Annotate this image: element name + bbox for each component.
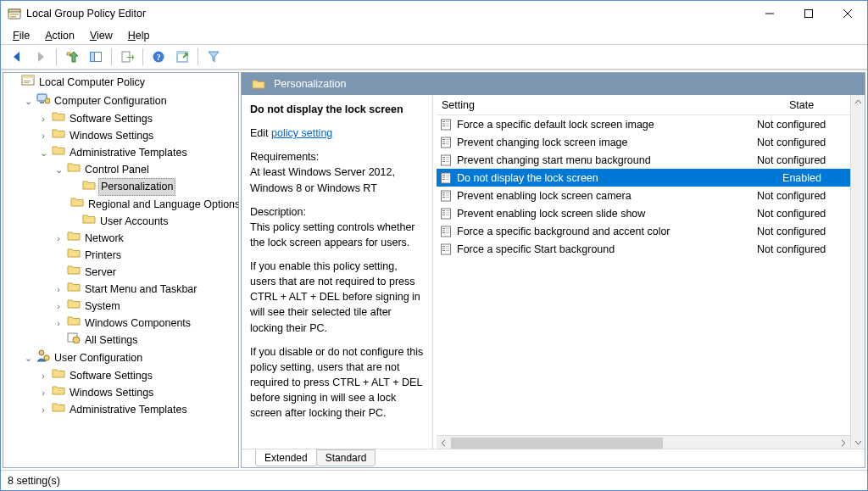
tree-root[interactable]: Local Computer Policy ⌄ Computer Configu…: [5, 73, 238, 418]
tree-item[interactable]: Regional and Language Options: [66, 196, 238, 213]
vertical-scrollbar[interactable]: [850, 95, 865, 449]
setting-row[interactable]: Force a specific background and accent c…: [437, 222, 850, 240]
toolbar-separator: [111, 48, 112, 65]
maximize-button[interactable]: [789, 1, 828, 26]
collapse-icon[interactable]: ⌄: [53, 164, 64, 176]
edit-policy-link[interactable]: policy setting: [271, 127, 332, 139]
column-setting[interactable]: Setting: [437, 97, 753, 114]
tree-item[interactable]: ›Start Menu and Taskbar: [51, 281, 238, 298]
tree-item[interactable]: ›Windows Components: [51, 315, 238, 332]
settings-icon: [67, 332, 81, 349]
horizontal-scrollbar[interactable]: [437, 435, 850, 449]
back-button[interactable]: [6, 47, 28, 67]
export-button[interactable]: [116, 47, 138, 67]
svg-rect-2: [10, 14, 19, 15]
forward-button[interactable]: [30, 47, 52, 67]
setting-row[interactable]: Force a specific Start backgroundNot con…: [437, 240, 850, 258]
settings-list[interactable]: Force a specific default lock screen ima…: [437, 115, 850, 449]
toolbar-separator: [142, 48, 143, 65]
tree-control-panel[interactable]: ⌄Control Panel Personalization Regional …: [51, 161, 238, 230]
folder-icon: [52, 144, 65, 161]
expand-icon[interactable]: ›: [37, 130, 49, 142]
expand-icon[interactable]: ›: [53, 283, 64, 295]
filter-button[interactable]: [203, 47, 225, 67]
setting-state: Not configured: [752, 226, 847, 237]
setting-name: Force a specific background and accent c…: [457, 226, 752, 237]
setting-name: Force a specific Start background: [457, 243, 752, 255]
tree-item[interactable]: All Settings: [51, 332, 238, 349]
svg-rect-61: [442, 215, 445, 215]
expand-icon[interactable]: ›: [37, 387, 49, 399]
expand-icon[interactable]: ›: [37, 370, 49, 382]
expand-icon[interactable]: ›: [53, 232, 64, 244]
tree-computer-config[interactable]: ⌄ Computer Configuration ›Software Setti…: [20, 92, 238, 349]
tree-item[interactable]: ›Windows Settings: [36, 384, 238, 401]
setting-row[interactable]: Do not display the lock screenEnabled: [437, 169, 850, 187]
properties-button[interactable]: [171, 47, 193, 67]
scrollbar-thumb[interactable]: [451, 438, 663, 449]
tree-user-config[interactable]: ⌄ User Configuration ›Software Settings …: [20, 349, 238, 418]
tab-standard[interactable]: Standard: [316, 449, 376, 466]
folder-icon: [67, 264, 81, 281]
help-button[interactable]: ?: [147, 47, 170, 67]
collapse-icon[interactable]: ⌄: [37, 147, 49, 159]
tree-item[interactable]: User Accounts: [66, 213, 238, 230]
expand-icon[interactable]: ›: [37, 113, 49, 125]
app-icon: [8, 7, 21, 20]
tree-item[interactable]: ›Network: [51, 230, 238, 247]
setting-row[interactable]: Prevent changing start menu backgroundNo…: [437, 151, 850, 169]
expand-icon[interactable]: ›: [53, 300, 64, 312]
svg-rect-33: [442, 143, 445, 144]
tree-item[interactable]: Printers: [51, 247, 238, 264]
tree-item[interactable]: ›Software Settings: [36, 367, 238, 384]
svg-rect-34: [446, 139, 449, 140]
setting-row[interactable]: Prevent enabling lock screen cameraNot c…: [437, 187, 850, 204]
collapse-icon[interactable]: ⌄: [22, 352, 34, 364]
tree-item[interactable]: ›Software Settings: [36, 110, 238, 127]
expand-icon[interactable]: ›: [53, 317, 64, 329]
svg-rect-28: [446, 123, 449, 124]
titlebar: Local Group Policy Editor: [1, 1, 867, 26]
collapse-icon[interactable]: ⌄: [22, 95, 34, 107]
setting-name: Prevent changing lock screen image: [457, 137, 752, 148]
statusbar: 8 setting(s): [1, 470, 867, 490]
tree-item[interactable]: ›Administrative Templates: [36, 401, 238, 418]
setting-row[interactable]: Prevent changing lock screen imageNot co…: [437, 133, 850, 151]
svg-rect-36: [446, 143, 449, 144]
scroll-up-icon[interactable]: [851, 95, 865, 109]
up-button[interactable]: [61, 47, 83, 67]
tree-personalization[interactable]: Personalization: [66, 178, 238, 196]
policy-setting-icon: [438, 226, 453, 237]
menu-action[interactable]: Action: [38, 28, 81, 43]
setting-name: Force a specific default lock screen ima…: [457, 119, 752, 131]
column-state[interactable]: State: [753, 97, 850, 114]
expand-icon[interactable]: ›: [37, 404, 49, 416]
tree-pane[interactable]: Local Computer Policy ⌄ Computer Configu…: [3, 72, 239, 468]
menu-file[interactable]: File: [6, 28, 36, 43]
folder-icon: [82, 213, 96, 230]
close-button[interactable]: [828, 1, 867, 26]
tree-item[interactable]: ›System: [51, 298, 238, 315]
setting-name: Prevent enabling lock screen slide show: [457, 208, 752, 220]
menu-help[interactable]: Help: [121, 28, 157, 43]
setting-name: Prevent enabling lock screen camera: [457, 190, 752, 202]
menu-view[interactable]: View: [83, 28, 120, 43]
setting-row[interactable]: Force a specific default lock screen ima…: [437, 115, 850, 133]
policy-icon: [21, 73, 35, 92]
svg-rect-42: [446, 159, 449, 159]
node-title: Personalization: [274, 78, 346, 90]
tree-item[interactable]: ›Windows Settings: [36, 127, 238, 144]
tree-admin-templates[interactable]: ⌄Administrative Templates ⌄Control Panel…: [36, 144, 238, 349]
scroll-down-icon[interactable]: [851, 435, 865, 449]
minimize-button[interactable]: [750, 1, 789, 26]
show-hide-tree-button[interactable]: [85, 47, 107, 67]
scroll-right-icon[interactable]: [836, 436, 850, 450]
tab-extended[interactable]: Extended: [255, 449, 317, 466]
scroll-left-icon[interactable]: [437, 436, 451, 450]
folder-icon: [52, 110, 65, 127]
svg-rect-74: [442, 248, 445, 248]
setting-row[interactable]: Prevent enabling lock screen slide showN…: [437, 204, 850, 222]
tree-item[interactable]: Server: [51, 264, 238, 281]
svg-rect-45: [442, 175, 445, 176]
svg-rect-60: [442, 212, 445, 213]
